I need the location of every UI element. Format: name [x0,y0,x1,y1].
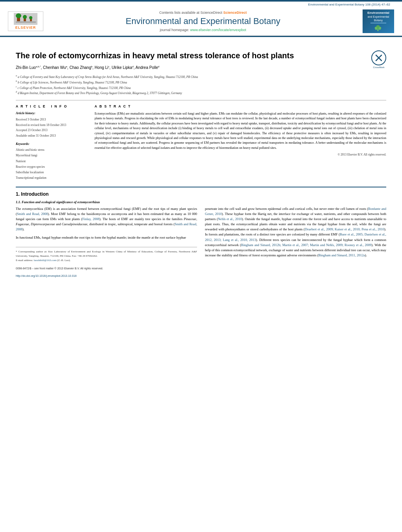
body-right-para-1: penetrate into the cell wall and grow be… [205,206,386,258]
journal-header: ELSEVIER Contents lists available at Sci… [0,6,402,36]
author-chenhan: Chenhan Wu [43,65,66,70]
badge-plant-svg [372,24,384,32]
footer-lines: 0098-8472/$ – see front matter © 2013 El… [16,267,197,278]
footer-doi: http://dx.doi.org/10.1016/j.envexpbot.20… [16,274,76,278]
citation-bonfante2010: Bonfante and Genre, 2010 [205,207,386,216]
citation-nehls2010: Nehls et al., 2010 [218,217,242,221]
footnote-email-line: E-mail address: luozhibill@163.com (Z.-B… [16,258,197,263]
citation-bingham2011: Bingham and Simard, 2011, 2012a [318,253,365,257]
article-dates: Received 3 October 2013 Received in revi… [16,117,87,138]
section1-heading: 1. Introduction [16,191,386,197]
subsection1-title: 1.1. Function and ecological significanc… [16,200,386,204]
citation-druebert2009: Druebert et al., 2009; Kaiser et al., 20… [305,227,384,231]
sciencedirect-brand: ScienceDirect [223,11,247,15]
footnote-separator [16,247,197,250]
body-right-col: penetrate into the cell wall and grow be… [205,206,386,278]
author-zhibin: Zhi-Bin Luo [16,65,36,70]
keyword-abiotic: Abiotic and biotic stress [16,147,87,153]
body-columns: The ectomycorrhiza (EM) is an associatio… [16,206,386,278]
footer-issn-line: 0098-8472/$ – see front matter © 2013 El… [16,267,197,271]
accepted-date: Accepted 23 October 2013 [16,128,87,133]
received-date: Received 3 October 2013 [16,117,87,122]
keyword-subcellular: Subcellular localization [16,170,87,175]
journal-issue-line: Environmental and Experimental Botany 10… [0,2,402,6]
homepage-url[interactable]: www.elsevier.com/locate/envexpbot [190,28,246,32]
journal-issue-text: Environmental and Experimental Botany 10… [308,3,390,6]
footer-issn: 0098-8472/$ – see front matter © 2013 El… [16,267,103,271]
keywords-label: Keywords: [16,142,87,146]
svg-point-5 [29,16,32,19]
contents-text: Contents lists available at ScienceDirec… [159,11,222,15]
body-separator [16,187,386,187]
citation-buee2005: Buee et al., 2005; Danielsen et al., 201… [205,232,386,241]
author-andrea: Andrea Polle [136,65,158,70]
elsevier-logo-image [14,13,37,25]
sciencedirect-line: Contents lists available at ScienceDirec… [43,11,363,15]
elsevier-text: ELSEVIER [15,26,36,30]
info-abstract-columns: A R T I C L E I N F O Article history: R… [16,104,386,181]
elsevier-logo: ELSEVIER [8,11,43,31]
affiliations: a a College of Forestry and State Key La… [16,74,386,95]
crossmark-badge [371,50,386,65]
copyright: © 2013 Elsevier B.V. All rights reserved… [95,153,386,156]
body-para-2: In functional EMs, fungal hyphae ensheat… [16,235,197,240]
footer-doi-line: http://dx.doi.org/10.1016/j.envexpbot.20… [16,274,197,278]
article-info-col: A R T I C L E I N F O Article history: R… [16,104,87,181]
article-content: CrossMark The role of ectomycorrhizas in… [0,37,402,286]
keyword-mycorrhizal: Mycorrhizal fungi [16,153,87,158]
citation-finlay2008: Finlay, 2008 [82,217,100,221]
affiliation-a: a a College of Forestry and State Key La… [16,74,386,79]
footnote-corresponding: * Corresponding author at: Key Laborator… [16,250,197,258]
author-ulrike: Ulrike Lipka [112,65,132,70]
article-title: The role of ectomycorrhizas in heavy met… [16,50,386,61]
svg-point-1 [16,13,21,18]
homepage-label: journal homepage: [160,28,189,32]
keyword-ros: Reactive oxygen species [16,164,87,170]
affiliation-c: c c College of Plant Protection, Northwe… [16,85,386,90]
available-date: Available online 31 October 2013 [16,133,87,139]
footnote-email: luozhibill@163.com [34,259,57,262]
crossmark-container: CrossMark [371,50,386,69]
badge-title-2: and Experimental [368,15,389,18]
body-para-1: The ectomycorrhiza (EM) is an associatio… [16,206,197,232]
journal-title: Environmental and Experimental Botany [43,16,363,26]
elsevier-tree-svg [15,13,37,24]
svg-point-3 [23,15,27,19]
citation-bingham2012b: Bingham and Simard, 2012b; Martin et al.… [241,243,371,247]
authors-line: Zhi-Bin Luoa,b,*, Chenhan Wua, Chao Zhan… [16,65,386,71]
badge-title-3: Botany [374,19,383,22]
footnote-email-suffix: (Z.-B. Luo). [57,259,71,262]
badge-divider [370,23,386,23]
title-area: CrossMark The role of ectomycorrhizas in… [16,50,386,61]
article-history-label: Article history: [16,111,87,115]
article-separator [16,100,386,100]
abstract-col: A B S T R A C T Ectomycorrhizas (EMs) ar… [95,104,386,181]
badge-title-1: Environmental [367,11,389,15]
citation-smith2008: Smith and Read, 2008 [17,212,48,216]
journal-badge: Environmental and Experimental Botany [363,9,394,33]
abstract-header: A B S T R A C T [95,104,386,108]
page: Environmental and Experimental Botany 10… [0,0,402,532]
revised-date: Received in revised form 18 October 2013 [16,122,87,128]
author-chao: Chao Zhang [69,65,91,70]
footnote-email-label: E-mail address: [16,259,33,262]
body-left-col: The ectomycorrhiza (EM) is an associatio… [16,206,197,278]
affiliation-b: b b College of Life Sciences, Northwest … [16,80,386,85]
author-hong: Hong Li [95,65,108,70]
crossmark-label: CrossMark [371,66,386,69]
journal-homepage: journal homepage: www.elsevier.com/locat… [43,28,363,32]
abstract-text: Ectomycorrhizas (EMs) are mutualistic as… [95,111,386,150]
affiliation-d: d d Büsgen-Institut, Department of Fores… [16,90,386,95]
journal-badge-box: Environmental and Experimental Botany [363,9,394,33]
crossmark-svg [374,54,383,62]
keyword-nutrient: Nutrient [16,159,87,164]
keyword-transcriptional: Transcriptional regulation [16,175,87,181]
journal-header-center: Contents lists available at ScienceDirec… [43,11,363,32]
article-info-header: A R T I C L E I N F O [16,104,87,108]
